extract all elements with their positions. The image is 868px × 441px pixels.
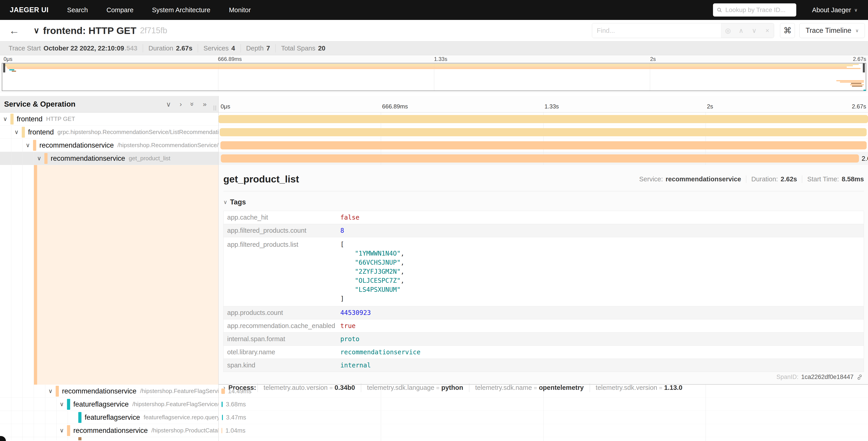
service-color-bar (67, 425, 70, 436)
span-expand-chevron[interactable]: ∨ (0, 115, 10, 122)
service-color-bar (10, 114, 13, 124)
nav-right: About Jaeger ∨ (713, 3, 858, 17)
minimap-left-scrubber[interactable] (3, 63, 5, 72)
process-tag: telemetry.sdk.version=1.13.0 (590, 383, 688, 392)
process-tag: telemetry.sdk.language=python (361, 383, 469, 392)
span-row[interactable]: featureflagservice featureflagservice.re… (0, 411, 868, 424)
expand-one-icon[interactable]: › (180, 100, 182, 108)
span-row-selected[interactable]: ∨ recommendationservice get_product_list… (0, 152, 868, 165)
service-color-bar (56, 386, 59, 396)
link-icon[interactable] (856, 374, 863, 381)
minimap-span-bar (840, 82, 864, 83)
span-duration-bar[interactable] (222, 415, 223, 420)
next-match-icon[interactable]: ∨ (748, 27, 761, 34)
meta-services: Services 4 (198, 44, 240, 53)
trace-collapse-icon[interactable]: ∨ (33, 26, 39, 35)
tag-row: app.filtered_products.count 8 (223, 224, 864, 237)
span-duration-bar[interactable] (221, 154, 859, 163)
tag-list-value: [ 1YMWWN1N4O, 66VCHSJNUP, 2ZYFJ3GM2N, OL… (340, 240, 404, 303)
brand-logo[interactable]: JAEGER UI (10, 6, 49, 14)
span-name-cell: ∨ frontend HTTP GET (0, 113, 218, 126)
span-service-name: recommendationservice (39, 141, 114, 149)
span-collapse-chevron[interactable]: ∨ (34, 155, 44, 162)
span-row[interactable]: ∨ featureflagservice /hipstershop.Featur… (0, 398, 868, 411)
nav-item-system-architecture[interactable]: System Architecture (152, 6, 211, 14)
span-duration-label: 2.62s (862, 155, 868, 162)
trace-lookup-box[interactable] (713, 3, 796, 17)
ruler-tick: 0μs (4, 56, 12, 62)
span-expand-chevron[interactable]: ∨ (57, 401, 67, 408)
about-jaeger-menu[interactable]: About Jaeger ∨ (812, 6, 858, 14)
span-duration-bar[interactable] (221, 402, 223, 407)
minimap-right-scrubber[interactable] (863, 63, 865, 72)
span-expand-chevron[interactable]: ∨ (11, 128, 22, 136)
span-timeline-cell[interactable]: 3.68ms (218, 398, 868, 411)
span-name-cell: ∨ frontend grpc.hipstershop.Recommendati… (0, 126, 218, 139)
span-timeline-cell[interactable]: 3.47ms (218, 411, 868, 424)
span-row[interactable]: ∨ frontend HTTP GET (0, 113, 868, 126)
span-expand-chevron[interactable]: ∨ (57, 427, 67, 434)
minimap-span-bar (12, 70, 16, 72)
span-timeline-cell[interactable]: 2.62s (218, 152, 868, 165)
column-divider[interactable] (218, 96, 219, 441)
span-name-cell: featureflagservice featureflagservice.re… (0, 411, 218, 424)
back-arrow-icon[interactable]: ← (9, 25, 20, 37)
find-controls: ◎ ∧ ∨ × (721, 23, 774, 38)
trace-lookup-input[interactable] (725, 6, 793, 14)
span-operation-name: /hipstershop.RecommendationService/Lis..… (118, 142, 218, 149)
tags-table: app.cache_hit false app.filtered_product… (223, 211, 864, 372)
expand-all-icon[interactable]: » (203, 100, 207, 108)
span-duration-bar[interactable] (220, 128, 867, 136)
find-box: ◎ ∧ ∨ × (592, 23, 774, 38)
column-resize-grip[interactable] (214, 106, 216, 111)
span-timeline-cell[interactable] (218, 437, 868, 440)
focus-target-icon[interactable]: ◎ (721, 27, 735, 34)
span-expand-chevron[interactable]: ∨ (23, 142, 33, 149)
span-duration-bar[interactable] (220, 141, 867, 149)
clear-find-icon[interactable]: × (761, 27, 774, 34)
span-timeline-cell[interactable] (218, 126, 868, 139)
span-duration-label: 3.68ms (226, 401, 246, 408)
collapse-all-icon[interactable]: ∨ (166, 100, 171, 108)
trace-view-select[interactable]: Trace Timeline ∨ (800, 23, 865, 38)
span-timeline-cell[interactable]: 1.04ms (218, 424, 868, 437)
minimap-span-bar (5, 64, 859, 65)
span-operation-name: HTTP GET (46, 115, 75, 122)
span-operation-name: /hipstershop.ProductCatalogSer... (151, 427, 218, 434)
chevron-down-icon: ∨ (855, 28, 859, 33)
ruler-tick: 2.67s (852, 103, 866, 110)
span-duration-bar[interactable] (221, 428, 222, 433)
span-operation-name: /hipstershop.FeatureFlagService/Ge... (132, 401, 218, 408)
meta-trace-start: Trace Start October 22 2022, 22:10:09.54… (3, 44, 143, 53)
span-row[interactable]: ∨ frontend grpc.hipstershop.Recommendati… (0, 126, 868, 139)
span-duration-bar[interactable] (218, 115, 868, 123)
span-row[interactable]: ∨ recommendationservice /hipstershop.Pro… (0, 424, 868, 437)
trace-id: 2f715fb (140, 26, 167, 35)
trace-minimap[interactable] (2, 63, 866, 91)
collapse-deep-icon[interactable]: » (188, 102, 196, 106)
find-input[interactable] (592, 23, 721, 38)
span-timeline-cell[interactable] (218, 113, 868, 126)
span-timeline-cell[interactable] (218, 139, 868, 152)
span-duration-bar[interactable] (221, 388, 225, 394)
minimap-span-bar (5, 65, 852, 66)
span-row[interactable]: ∨ recommendationservice /hipstershop.Rec… (0, 139, 868, 152)
minimap-span-bar (9, 69, 14, 70)
span-row-partial[interactable] (0, 437, 868, 440)
trace-meta-bar: Trace Start October 22 2022, 22:10:09.54… (0, 41, 868, 55)
span-expand-chevron[interactable]: ∨ (45, 388, 56, 394)
process-section-toggle[interactable]: › Process: telemetry.auto.version=0.34b0… (223, 383, 864, 392)
meta-duration: Duration 2.67s (143, 44, 198, 53)
timeline-header-row: Service & Operation ∨ › » » 0μs 666.89ms… (0, 96, 868, 113)
prev-match-icon[interactable]: ∧ (735, 27, 748, 34)
span-name-cell (0, 437, 218, 440)
nav-item-monitor[interactable]: Monitor (229, 6, 251, 14)
nav-item-search[interactable]: Search (67, 6, 88, 14)
span-service-name: featureflagservice (85, 413, 140, 421)
service-operation-title: Service & Operation (4, 100, 75, 109)
span-detail-block: get_product_list Service: recommendation… (0, 165, 868, 385)
keyboard-shortcuts-button[interactable]: ⌘ (780, 23, 795, 38)
minimap-span-bar (852, 86, 862, 87)
tags-section-toggle[interactable]: ∨ Tags (223, 198, 864, 206)
nav-item-compare[interactable]: Compare (106, 6, 133, 14)
